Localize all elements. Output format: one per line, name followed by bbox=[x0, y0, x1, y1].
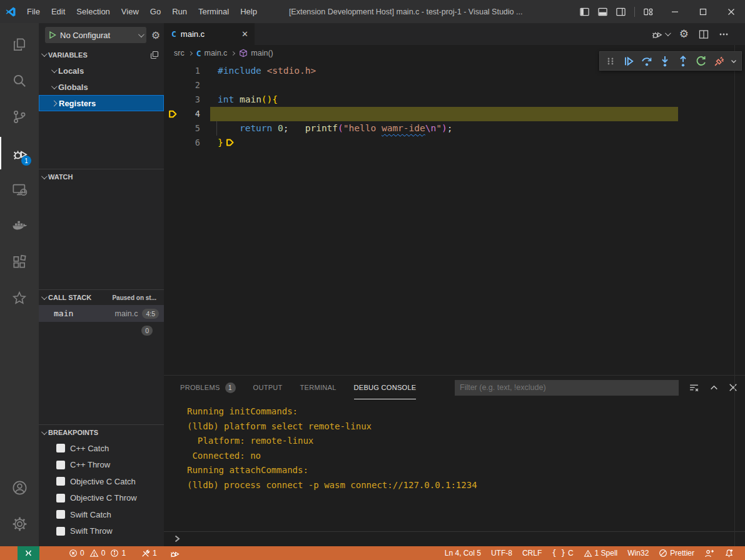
variables-scope-globals[interactable]: Globals bbox=[39, 79, 164, 95]
glyph-margin[interactable] bbox=[164, 107, 183, 121]
debug-console-output[interactable]: Running initCommands: (lldb) platform se… bbox=[164, 399, 745, 531]
glyph-margin[interactable] bbox=[164, 121, 183, 136]
search-icon[interactable] bbox=[0, 64, 39, 97]
customize-layout-icon[interactable] bbox=[644, 8, 653, 16]
console-filter-input[interactable] bbox=[455, 380, 679, 396]
breadcrumb-symbol[interactable]: main() bbox=[251, 49, 273, 58]
code-editor[interactable]: 1 #include <stdio.h> 2 3 int main(){ bbox=[164, 61, 745, 375]
menu-terminal[interactable]: Terminal bbox=[193, 7, 235, 16]
tab-debug-console[interactable]: DEBUG CONSOLE bbox=[354, 376, 417, 399]
checkbox[interactable] bbox=[56, 444, 65, 452]
minimize-button[interactable] bbox=[661, 0, 689, 23]
menu-selection[interactable]: Selection bbox=[71, 7, 115, 16]
breakpoint-cpp-catch[interactable]: C++ Catch bbox=[39, 440, 164, 457]
menu-run[interactable]: Run bbox=[166, 7, 193, 16]
code-line-3[interactable]: 3 int main(){ bbox=[164, 92, 745, 107]
menu-edit[interactable]: Edit bbox=[46, 7, 71, 16]
restart-icon[interactable] bbox=[693, 53, 710, 69]
tab-main-c[interactable]: C main.c ✕ bbox=[164, 23, 255, 45]
checkbox[interactable] bbox=[56, 527, 65, 536]
glyph-margin[interactable] bbox=[164, 92, 183, 107]
menu-help[interactable]: Help bbox=[235, 7, 263, 16]
variables-scope-registers[interactable]: Registers bbox=[39, 95, 164, 111]
run-or-debug-icon[interactable] bbox=[651, 28, 669, 40]
code-line-2[interactable]: 2 bbox=[164, 78, 745, 92]
encoding-indicator[interactable]: UTF-8 bbox=[486, 546, 517, 560]
settings-gear-icon[interactable] bbox=[0, 508, 39, 540]
breakpoint-swift-throw[interactable]: Swift Throw bbox=[39, 523, 164, 540]
continue-icon[interactable] bbox=[621, 53, 637, 69]
toggle-panel-icon[interactable] bbox=[598, 8, 607, 16]
glyph-margin[interactable] bbox=[164, 78, 183, 92]
platform-indicator[interactable]: Win32 bbox=[622, 546, 654, 560]
variables-scope-locals[interactable]: Locals bbox=[39, 62, 164, 79]
breadcrumb-folder[interactable]: src bbox=[174, 49, 185, 58]
clear-console-icon[interactable] bbox=[689, 382, 699, 393]
debug-console-input[interactable] bbox=[164, 531, 745, 546]
variables-section-header[interactable]: VARIABLES bbox=[39, 47, 164, 62]
glyph-margin[interactable] bbox=[164, 136, 183, 150]
cursor-position[interactable]: Ln 4, Col 5 bbox=[440, 546, 486, 560]
close-window-button[interactable] bbox=[717, 0, 745, 23]
breakpoint-objc-catch[interactable]: Objective C Catch bbox=[39, 473, 164, 490]
account-icon[interactable] bbox=[0, 471, 39, 504]
step-into-icon[interactable] bbox=[657, 53, 674, 69]
language-mode[interactable]: { } C bbox=[547, 546, 578, 560]
split-editor-icon[interactable] bbox=[699, 29, 709, 39]
checkbox[interactable] bbox=[56, 510, 65, 519]
duplicate-icon[interactable] bbox=[150, 51, 159, 59]
disconnect-icon[interactable] bbox=[711, 53, 728, 69]
step-over-icon[interactable] bbox=[639, 53, 656, 69]
breakpoint-objc-throw[interactable]: Objective C Throw bbox=[39, 490, 164, 507]
breadcrumb-file[interactable]: main.c bbox=[205, 49, 228, 58]
toolbar-drag-handle[interactable] bbox=[602, 53, 619, 69]
checkbox[interactable] bbox=[56, 494, 65, 502]
menu-view[interactable]: View bbox=[116, 7, 144, 16]
tab-output[interactable]: OUTPUT bbox=[253, 376, 283, 399]
tab-problems[interactable]: PROBLEMS 1 bbox=[180, 376, 236, 399]
source-control-icon[interactable] bbox=[0, 101, 39, 133]
explorer-icon[interactable] bbox=[0, 28, 39, 61]
debug-settings-gear-icon[interactable]: ⚙ bbox=[151, 29, 160, 41]
maximize-panel-icon[interactable] bbox=[709, 383, 719, 392]
run-and-debug-icon[interactable]: 1 bbox=[0, 137, 39, 169]
debug-config-dropdown[interactable]: No Configurat bbox=[45, 27, 146, 43]
menu-file[interactable]: File bbox=[21, 7, 46, 16]
glyph-margin[interactable] bbox=[164, 64, 183, 78]
maximize-button[interactable] bbox=[689, 0, 717, 23]
editor-settings-gear-icon[interactable]: ⚙ bbox=[679, 28, 689, 41]
tab-terminal[interactable]: TERMINAL bbox=[300, 376, 337, 399]
close-tab-icon[interactable]: ✕ bbox=[241, 29, 248, 39]
feedback-icon[interactable] bbox=[699, 546, 719, 560]
docker-icon[interactable] bbox=[0, 209, 39, 242]
debug-status-icon[interactable] bbox=[166, 546, 183, 560]
more-actions-icon[interactable] bbox=[719, 29, 729, 39]
step-out-icon[interactable] bbox=[675, 53, 692, 69]
breakpoint-cpp-throw[interactable]: C++ Throw bbox=[39, 457, 164, 474]
checkbox[interactable] bbox=[56, 477, 65, 486]
breakpoints-section-header[interactable]: BREAKPOINTS bbox=[39, 424, 164, 440]
menu-go[interactable]: Go bbox=[144, 7, 166, 16]
extensions-icon[interactable] bbox=[0, 246, 39, 278]
spell-checker-status[interactable]: 1 Spell bbox=[579, 546, 623, 560]
watch-section-header[interactable]: WATCH bbox=[39, 169, 164, 184]
close-panel-icon[interactable] bbox=[729, 383, 737, 392]
breakpoint-swift-catch[interactable]: Swift Catch bbox=[39, 506, 164, 523]
tools-status[interactable]: 1 bbox=[138, 546, 160, 560]
stack-frame-row[interactable]: main main.c 4:5 bbox=[39, 305, 164, 322]
problems-status[interactable]: 0 0 1 bbox=[66, 546, 129, 560]
chevron-down-icon[interactable] bbox=[729, 53, 739, 69]
toggle-sidebar-icon[interactable] bbox=[580, 8, 589, 16]
notifications-bell-icon[interactable] bbox=[719, 546, 739, 560]
star-icon[interactable] bbox=[0, 282, 39, 314]
checkbox[interactable] bbox=[56, 461, 65, 469]
debug-highlighted-line[interactable]: printf("hello wamr-ide\n"); bbox=[210, 107, 678, 121]
code-line-5[interactable]: 5 return 0; bbox=[164, 121, 745, 136]
formatter-status[interactable]: Prettier bbox=[654, 546, 699, 560]
eol-indicator[interactable]: CRLF bbox=[517, 546, 547, 560]
toggle-secondary-sidebar-icon[interactable] bbox=[616, 8, 626, 16]
call-stack-section-header[interactable]: CALL STACK Paused on st... bbox=[39, 289, 164, 305]
code-line-4-current[interactable]: 4 printf("hello wamr-ide\n"); bbox=[164, 107, 745, 121]
remote-explorer-icon[interactable] bbox=[0, 173, 39, 206]
remote-indicator[interactable] bbox=[18, 546, 39, 560]
